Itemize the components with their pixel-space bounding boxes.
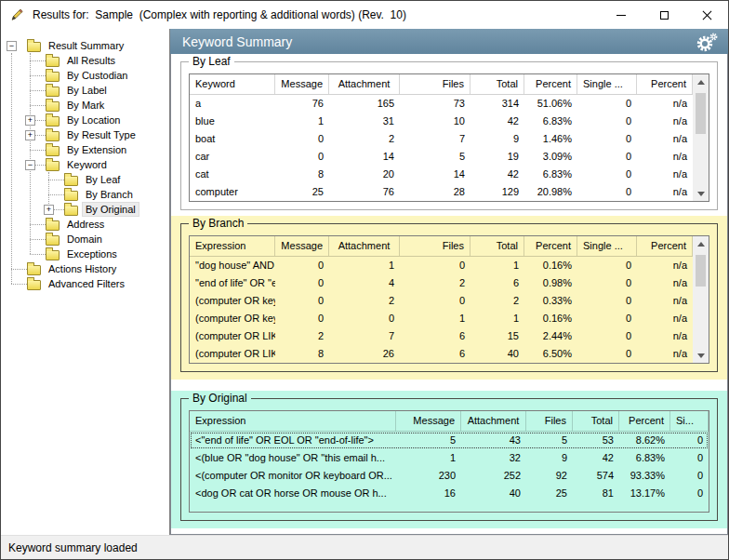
close-button[interactable] [685, 1, 728, 29]
column-header-single[interactable]: Single ... [577, 74, 637, 94]
tree-item-all-results[interactable]: All Results [25, 53, 169, 68]
column-header-message[interactable]: Message [396, 411, 461, 431]
tree-item-label[interactable]: Keyword [64, 158, 110, 171]
tree-item-label[interactable]: Actions History [46, 262, 119, 275]
column-header-attachment[interactable]: Attachment [329, 236, 400, 256]
tree-item-label[interactable]: By Leaf [83, 173, 123, 186]
tree-item-by-result-type[interactable]: +By Result Type [25, 127, 169, 142]
tree-item-by-custodian[interactable]: By Custodian [25, 68, 169, 83]
collapse-icon[interactable]: − [25, 160, 35, 170]
table-row[interactable]: car0145193.09%0n/a [190, 148, 693, 166]
column-header-percent[interactable]: Percent [524, 236, 577, 256]
tree-item-label[interactable]: By Label [64, 84, 110, 97]
column-header-single[interactable]: Single ... [577, 236, 637, 256]
maximize-button[interactable] [643, 1, 685, 29]
column-header-attachment[interactable]: Attachment [461, 411, 526, 431]
tree-item-advanced-filters[interactable]: Advanced Filters [7, 276, 169, 291]
tree-item-by-leaf[interactable]: By Leaf [44, 172, 169, 187]
tree-item-label[interactable]: All Results [64, 54, 118, 67]
folder-icon [46, 131, 60, 141]
column-header-si[interactable]: Si... [670, 411, 709, 431]
column-header-total[interactable]: Total [471, 74, 524, 94]
column-header-percent[interactable]: Percent [637, 74, 693, 94]
column-header-total[interactable]: Total [471, 236, 524, 256]
scrollbar-thumb[interactable] [696, 255, 706, 287]
column-header-files[interactable]: Files [400, 236, 471, 256]
cell: 0.98% [524, 274, 577, 292]
table-row[interactable]: <(blue OR "dog house" OR "this email h..… [190, 449, 709, 467]
tree-item-label[interactable]: By Mark [64, 99, 107, 112]
tree-item-label[interactable]: Advanced Filters [46, 277, 127, 290]
tree-item-result-summary[interactable]: −Result Summary [7, 38, 169, 53]
tree-item-domain[interactable]: Domain [25, 232, 169, 247]
tree-item-label[interactable]: Address [64, 218, 107, 231]
column-header-files[interactable]: Files [400, 74, 471, 94]
column-header-percent[interactable]: Percent [619, 411, 670, 431]
table-row[interactable]: <"end of life" OR EOL OR "end-of-life">5… [190, 432, 709, 449]
tree-item-by-original[interactable]: +By Original [44, 202, 169, 217]
column-header-expression[interactable]: Expression [190, 236, 275, 256]
tree-item-label[interactable]: By Result Type [64, 128, 139, 141]
column-header-expression[interactable]: Expression [190, 411, 396, 431]
tree-item-label[interactable]: By Custodian [64, 69, 130, 82]
scroll-up-button[interactable] [693, 74, 709, 89]
main-panel: Keyword Summary By Leaf KeywordMessageAt… [169, 29, 728, 535]
vertical-scrollbar[interactable] [693, 74, 709, 201]
tree-item-label[interactable]: By Branch [83, 188, 136, 201]
scrollbar-track[interactable] [693, 251, 709, 348]
column-header-total[interactable]: Total [573, 411, 619, 431]
tree-item-label[interactable]: Exceptions [64, 247, 120, 260]
tree-item-label[interactable]: Result Summary [46, 39, 126, 52]
scroll-up-button[interactable] [693, 236, 709, 251]
tree-item-exceptions[interactable]: Exceptions [25, 247, 169, 261]
cell: 230 [396, 467, 461, 485]
cell: <"end of life" OR EOL OR "end-of-life"> [190, 432, 396, 449]
scrollbar-thumb[interactable] [696, 93, 706, 134]
table-row[interactable]: a761657331451.06%0n/a [190, 95, 693, 113]
tree-item-by-location[interactable]: +By Location [25, 113, 169, 127]
tree-item-keyword[interactable]: −Keyword [25, 157, 169, 172]
tree-item-label[interactable]: By Extension [64, 143, 129, 156]
column-header-attachment[interactable]: Attachment [329, 74, 400, 94]
table-row[interactable]: "dog house" AND t...01010.16%0n/a [190, 257, 693, 274]
table-row[interactable]: cat82014426.83%0n/a [190, 166, 693, 183]
column-header-keyword[interactable]: Keyword [190, 74, 275, 94]
table-row[interactable]: (computer OR keyb...00110.16%0n/a [190, 310, 693, 327]
scroll-down-button[interactable] [693, 186, 709, 201]
column-header-percent[interactable]: Percent [524, 74, 577, 94]
expand-icon[interactable]: + [25, 130, 35, 140]
table-row[interactable]: blue13110426.83%0n/a [190, 113, 693, 130]
tree-item-label[interactable]: Domain [64, 233, 105, 246]
cell: 20 [329, 166, 400, 183]
vertical-scrollbar[interactable] [693, 236, 709, 363]
tree-item-by-branch[interactable]: By Branch [44, 187, 169, 202]
table-row[interactable]: (computer OR LIKE...276152.44%0n/a [190, 327, 693, 345]
tree-item-label[interactable]: By Original [83, 203, 139, 216]
column-header-message[interactable]: Message [275, 74, 329, 94]
collapse-icon[interactable]: − [7, 41, 17, 51]
table-row[interactable]: (computer OR keyb...02020.33%0n/a [190, 292, 693, 310]
table-row[interactable]: computer25762812920.98%0n/a [190, 183, 693, 201]
scrollbar-track[interactable] [693, 89, 709, 186]
expand-icon[interactable]: + [25, 115, 35, 126]
tree-item-label[interactable]: By Location [64, 113, 123, 127]
tree-item-actions-history[interactable]: Actions History [7, 261, 169, 276]
table-row[interactable]: <(computer OR monitor OR keyboard OR...2… [190, 467, 709, 485]
settings-button[interactable] [693, 32, 721, 52]
table-row[interactable]: "end of life" OR "e...04260.98%0n/a [190, 274, 693, 292]
minimize-button[interactable] [600, 1, 643, 29]
column-header-percent[interactable]: Percent [637, 236, 693, 256]
column-header-message[interactable]: Message [275, 236, 329, 256]
tree-item-by-mark[interactable]: By Mark [25, 98, 169, 113]
scroll-down-button[interactable] [693, 348, 709, 363]
tree-item-address[interactable]: Address [25, 217, 169, 232]
cell: 6 [400, 327, 471, 345]
tree-item-by-label[interactable]: By Label [25, 83, 169, 98]
expand-icon[interactable]: + [44, 205, 54, 215]
tree-item-by-extension[interactable]: By Extension [25, 142, 169, 157]
table-row[interactable]: boat02791.46%0n/a [190, 130, 693, 148]
cell: 0 [275, 257, 329, 274]
table-row[interactable]: (computer OR LIKE...8266406.50%0n/a [190, 345, 693, 363]
table-row[interactable]: <dog OR cat OR horse OR mouse OR h...164… [190, 485, 709, 502]
column-header-files[interactable]: Files [526, 411, 573, 431]
